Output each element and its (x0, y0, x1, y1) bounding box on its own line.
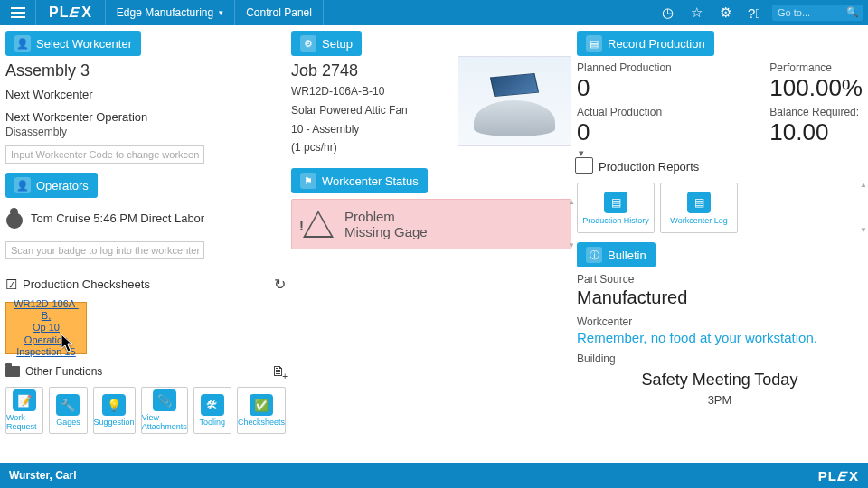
rate-label: (1 pcs/hr) (291, 140, 450, 155)
checksheet-card[interactable]: WR12D-106A-B, Op 10 Operation Inspection… (5, 302, 87, 354)
actual-prod-label: Actual Production (577, 106, 672, 118)
part-description: Solar Powered Attic Fan (291, 103, 450, 118)
gear-icon[interactable]: ⚙ (711, 0, 740, 25)
checkbox-icon: ☑ (5, 277, 17, 293)
performance-value: 100.00% (769, 74, 863, 102)
func-view-attachments[interactable]: 📎View Attachments (141, 387, 188, 434)
select-workcenter-button[interactable]: 👤Select Workcenter (5, 31, 141, 56)
scroll-up-icon[interactable]: ▲ (860, 183, 867, 188)
breadcrumb-app[interactable]: Edge Manufacturing▾ (106, 0, 235, 25)
report-workcenter-log[interactable]: ▤Workcenter Log (660, 183, 738, 233)
info-icon: ⓘ (586, 247, 602, 263)
meeting-title: Safety Meeting Today (577, 371, 863, 389)
scroll-down-icon[interactable]: ▼ (860, 228, 867, 233)
workcenter-title: Assembly 3 (5, 61, 286, 80)
bulletin-wc-label: Workcenter (577, 315, 863, 328)
add-page-icon[interactable]: 🗎+ (271, 363, 286, 380)
main-content: 👤Select Workcenter Assembly 3 Next Workc… (0, 25, 868, 457)
help-icon[interactable]: ?⃝ (740, 0, 769, 25)
bulletin-wc-message: Remember, no food at your workstation. (577, 330, 863, 345)
global-search[interactable]: 🔍 (772, 5, 863, 21)
performance-label: Performance (769, 61, 863, 74)
other-functions-header: Other Functions (25, 365, 102, 378)
folder-icon (5, 366, 20, 377)
person-icon: 👤 (14, 177, 31, 193)
footer-user: Wurster, Carl (9, 469, 76, 482)
report-production-history[interactable]: ▤Production History (577, 183, 655, 233)
job-title: Job 2748 (291, 61, 450, 80)
scroll-down-icon[interactable]: ▼ (568, 243, 575, 249)
operator-row: Tom Cruise 5:46 PM Direct Labor (5, 198, 286, 234)
setup-button[interactable]: ⚙Setup (291, 31, 362, 56)
record-production-button[interactable]: ▤Record Production (577, 31, 714, 56)
func-gages[interactable]: 🔧Gages (49, 387, 87, 434)
reports-icon (577, 159, 593, 174)
status-line1: Problem (344, 209, 428, 224)
flag-icon: ⚑ (300, 173, 316, 189)
part-source-label: Part Source (577, 273, 863, 286)
part-source-value: Manufactured (577, 287, 863, 308)
status-alert-card[interactable]: ! Problem Missing Gage ▲ ▼ (291, 199, 571, 249)
product-image (458, 56, 571, 146)
planned-prod-label: Planned Production (577, 61, 672, 74)
next-workcenter-op-value: Disassembly (5, 126, 286, 138)
person-icon: 👤 (14, 35, 31, 52)
func-checksheets[interactable]: ✅Checksheets (237, 387, 286, 434)
clock-icon[interactable]: ◷ (653, 0, 682, 25)
status-line2: Missing Gage (344, 224, 428, 239)
plex-logo-footer: PLEX (818, 468, 859, 483)
func-tooling[interactable]: 🛠Tooling (193, 387, 231, 434)
scroll-up-icon[interactable]: ▲ (568, 200, 575, 205)
warning-icon: ! (303, 211, 334, 238)
chevron-down-icon: ▾ (219, 8, 223, 17)
planned-prod-value: 0 (577, 74, 672, 102)
operation-label: 10 - Assembly (291, 122, 450, 137)
part-number: WR12D-106A-B-10 (291, 84, 450, 99)
search-icon[interactable]: 🔍 (846, 6, 859, 18)
footer-bar: Wurster, Carl PLEX (0, 463, 868, 488)
avatar-icon (5, 207, 24, 229)
workcenter-code-input[interactable] (5, 145, 204, 164)
star-icon[interactable]: ☆ (682, 0, 711, 25)
next-workcenter-label: Next Workcenter (5, 88, 286, 101)
menu-button[interactable] (0, 0, 36, 25)
func-work-request[interactable]: 📝Work Request (5, 387, 43, 434)
workcenter-status-button[interactable]: ⚑Workcenter Status (291, 168, 428, 193)
balance-value: 10.00 (769, 118, 863, 146)
checksheets-header: Production Checksheets (23, 277, 150, 291)
breadcrumb-page[interactable]: Control Panel (235, 0, 324, 25)
function-cards-row: 📝Work Request 🔧Gages 💡Suggestion 📎View A… (5, 387, 286, 434)
actual-prod-value: 0 (577, 118, 672, 146)
badge-scan-input[interactable] (5, 241, 204, 259)
plex-logo: PLEX (36, 0, 106, 25)
record-icon: ▤ (586, 35, 602, 52)
refresh-icon[interactable]: ↻ (274, 276, 286, 293)
next-workcenter-op-label: Next Workcenter Operation (5, 110, 286, 124)
balance-label: Balance Required: (769, 106, 863, 118)
bulletin-button[interactable]: ⓘBulletin (577, 242, 656, 267)
meeting-time: 3PM (577, 393, 863, 407)
setup-icon: ⚙ (300, 35, 316, 52)
operators-button[interactable]: 👤Operators (5, 173, 98, 198)
top-nav-bar: PLEX Edge Manufacturing▾ Control Panel ◷… (0, 0, 868, 25)
building-label: Building (577, 352, 863, 365)
func-suggestion[interactable]: 💡Suggestion (93, 387, 136, 434)
production-reports-header: Production Reports (599, 160, 699, 174)
